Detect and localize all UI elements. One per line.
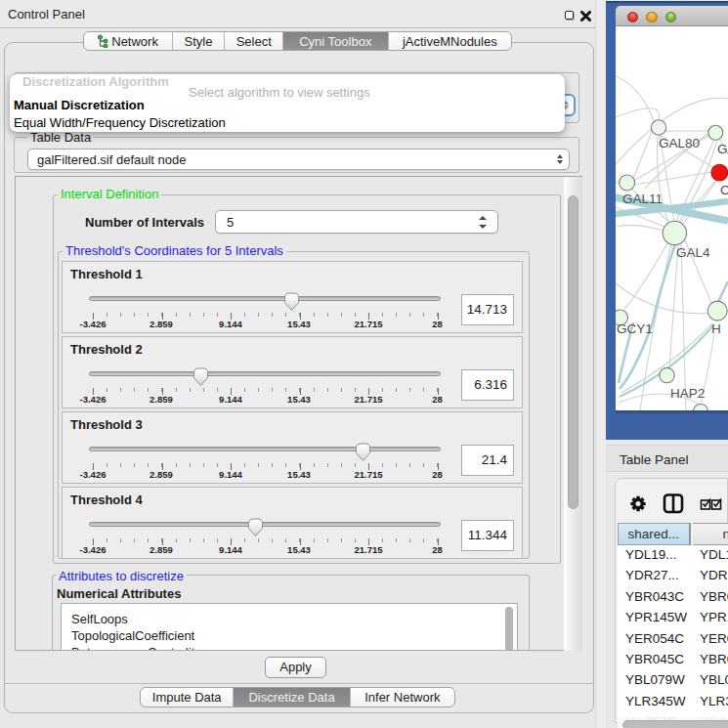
svg-text:HAP2: HAP2 <box>670 386 705 401</box>
svg-text:C: C <box>720 183 728 197</box>
svg-text:GAL11: GAL11 <box>622 192 663 206</box>
svg-text:GCY1: GCY1 <box>617 321 653 336</box>
svg-text:H: H <box>711 321 721 336</box>
svg-text:GAL80: GAL80 <box>659 136 700 150</box>
svg-text:GA: GA <box>717 142 728 156</box>
svg-text:GAL4: GAL4 <box>676 245 710 260</box>
